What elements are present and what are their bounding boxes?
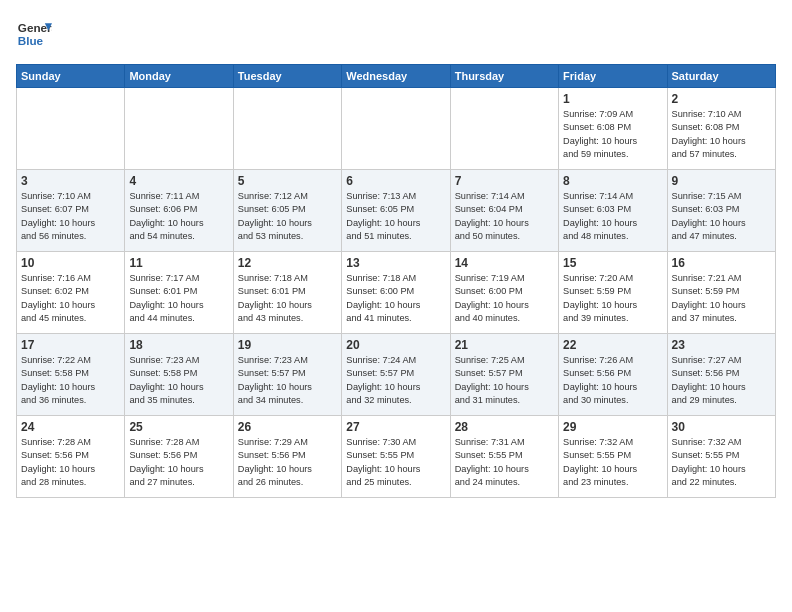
day-number: 17 bbox=[21, 338, 120, 352]
day-cell-14: 14Sunrise: 7:19 AMSunset: 6:00 PMDayligh… bbox=[450, 252, 558, 334]
day-number: 29 bbox=[563, 420, 662, 434]
day-info: Sunrise: 7:24 AMSunset: 5:57 PMDaylight:… bbox=[346, 354, 445, 407]
day-number: 16 bbox=[672, 256, 771, 270]
day-number: 8 bbox=[563, 174, 662, 188]
day-number: 22 bbox=[563, 338, 662, 352]
week-row-2: 3Sunrise: 7:10 AMSunset: 6:07 PMDaylight… bbox=[17, 170, 776, 252]
day-info: Sunrise: 7:29 AMSunset: 5:56 PMDaylight:… bbox=[238, 436, 337, 489]
day-cell-15: 15Sunrise: 7:20 AMSunset: 5:59 PMDayligh… bbox=[559, 252, 667, 334]
weekday-header-monday: Monday bbox=[125, 65, 233, 88]
weekday-header-tuesday: Tuesday bbox=[233, 65, 341, 88]
day-number: 9 bbox=[672, 174, 771, 188]
day-number: 3 bbox=[21, 174, 120, 188]
week-row-4: 17Sunrise: 7:22 AMSunset: 5:58 PMDayligh… bbox=[17, 334, 776, 416]
day-info: Sunrise: 7:13 AMSunset: 6:05 PMDaylight:… bbox=[346, 190, 445, 243]
weekday-header-wednesday: Wednesday bbox=[342, 65, 450, 88]
day-number: 26 bbox=[238, 420, 337, 434]
day-cell-21: 21Sunrise: 7:25 AMSunset: 5:57 PMDayligh… bbox=[450, 334, 558, 416]
empty-cell bbox=[125, 88, 233, 170]
day-cell-19: 19Sunrise: 7:23 AMSunset: 5:57 PMDayligh… bbox=[233, 334, 341, 416]
day-cell-5: 5Sunrise: 7:12 AMSunset: 6:05 PMDaylight… bbox=[233, 170, 341, 252]
day-cell-2: 2Sunrise: 7:10 AMSunset: 6:08 PMDaylight… bbox=[667, 88, 775, 170]
day-cell-29: 29Sunrise: 7:32 AMSunset: 5:55 PMDayligh… bbox=[559, 416, 667, 498]
weekday-header-saturday: Saturday bbox=[667, 65, 775, 88]
day-info: Sunrise: 7:14 AMSunset: 6:04 PMDaylight:… bbox=[455, 190, 554, 243]
day-cell-23: 23Sunrise: 7:27 AMSunset: 5:56 PMDayligh… bbox=[667, 334, 775, 416]
day-info: Sunrise: 7:28 AMSunset: 5:56 PMDaylight:… bbox=[21, 436, 120, 489]
day-cell-28: 28Sunrise: 7:31 AMSunset: 5:55 PMDayligh… bbox=[450, 416, 558, 498]
day-number: 20 bbox=[346, 338, 445, 352]
day-number: 23 bbox=[672, 338, 771, 352]
day-number: 25 bbox=[129, 420, 228, 434]
day-cell-20: 20Sunrise: 7:24 AMSunset: 5:57 PMDayligh… bbox=[342, 334, 450, 416]
weekday-header-thursday: Thursday bbox=[450, 65, 558, 88]
svg-text:General: General bbox=[18, 21, 52, 34]
day-number: 28 bbox=[455, 420, 554, 434]
week-row-1: 1Sunrise: 7:09 AMSunset: 6:08 PMDaylight… bbox=[17, 88, 776, 170]
day-cell-22: 22Sunrise: 7:26 AMSunset: 5:56 PMDayligh… bbox=[559, 334, 667, 416]
day-cell-12: 12Sunrise: 7:18 AMSunset: 6:01 PMDayligh… bbox=[233, 252, 341, 334]
day-info: Sunrise: 7:14 AMSunset: 6:03 PMDaylight:… bbox=[563, 190, 662, 243]
day-info: Sunrise: 7:23 AMSunset: 5:58 PMDaylight:… bbox=[129, 354, 228, 407]
day-info: Sunrise: 7:10 AMSunset: 6:07 PMDaylight:… bbox=[21, 190, 120, 243]
day-info: Sunrise: 7:15 AMSunset: 6:03 PMDaylight:… bbox=[672, 190, 771, 243]
day-cell-4: 4Sunrise: 7:11 AMSunset: 6:06 PMDaylight… bbox=[125, 170, 233, 252]
page-header: General Blue bbox=[16, 16, 776, 52]
day-info: Sunrise: 7:32 AMSunset: 5:55 PMDaylight:… bbox=[672, 436, 771, 489]
day-number: 1 bbox=[563, 92, 662, 106]
day-number: 11 bbox=[129, 256, 228, 270]
day-cell-13: 13Sunrise: 7:18 AMSunset: 6:00 PMDayligh… bbox=[342, 252, 450, 334]
day-info: Sunrise: 7:20 AMSunset: 5:59 PMDaylight:… bbox=[563, 272, 662, 325]
day-cell-9: 9Sunrise: 7:15 AMSunset: 6:03 PMDaylight… bbox=[667, 170, 775, 252]
day-info: Sunrise: 7:23 AMSunset: 5:57 PMDaylight:… bbox=[238, 354, 337, 407]
day-number: 18 bbox=[129, 338, 228, 352]
empty-cell bbox=[342, 88, 450, 170]
day-number: 4 bbox=[129, 174, 228, 188]
day-number: 14 bbox=[455, 256, 554, 270]
weekday-header-row: SundayMondayTuesdayWednesdayThursdayFrid… bbox=[17, 65, 776, 88]
day-number: 12 bbox=[238, 256, 337, 270]
day-info: Sunrise: 7:19 AMSunset: 6:00 PMDaylight:… bbox=[455, 272, 554, 325]
day-cell-7: 7Sunrise: 7:14 AMSunset: 6:04 PMDaylight… bbox=[450, 170, 558, 252]
day-info: Sunrise: 7:32 AMSunset: 5:55 PMDaylight:… bbox=[563, 436, 662, 489]
day-number: 10 bbox=[21, 256, 120, 270]
day-info: Sunrise: 7:16 AMSunset: 6:02 PMDaylight:… bbox=[21, 272, 120, 325]
day-info: Sunrise: 7:18 AMSunset: 6:00 PMDaylight:… bbox=[346, 272, 445, 325]
day-cell-3: 3Sunrise: 7:10 AMSunset: 6:07 PMDaylight… bbox=[17, 170, 125, 252]
day-number: 6 bbox=[346, 174, 445, 188]
empty-cell bbox=[233, 88, 341, 170]
day-info: Sunrise: 7:17 AMSunset: 6:01 PMDaylight:… bbox=[129, 272, 228, 325]
day-cell-25: 25Sunrise: 7:28 AMSunset: 5:56 PMDayligh… bbox=[125, 416, 233, 498]
day-number: 13 bbox=[346, 256, 445, 270]
day-info: Sunrise: 7:21 AMSunset: 5:59 PMDaylight:… bbox=[672, 272, 771, 325]
day-cell-30: 30Sunrise: 7:32 AMSunset: 5:55 PMDayligh… bbox=[667, 416, 775, 498]
day-cell-27: 27Sunrise: 7:30 AMSunset: 5:55 PMDayligh… bbox=[342, 416, 450, 498]
day-info: Sunrise: 7:09 AMSunset: 6:08 PMDaylight:… bbox=[563, 108, 662, 161]
day-cell-6: 6Sunrise: 7:13 AMSunset: 6:05 PMDaylight… bbox=[342, 170, 450, 252]
day-info: Sunrise: 7:27 AMSunset: 5:56 PMDaylight:… bbox=[672, 354, 771, 407]
day-info: Sunrise: 7:18 AMSunset: 6:01 PMDaylight:… bbox=[238, 272, 337, 325]
day-number: 30 bbox=[672, 420, 771, 434]
day-number: 21 bbox=[455, 338, 554, 352]
empty-cell bbox=[17, 88, 125, 170]
calendar-table: SundayMondayTuesdayWednesdayThursdayFrid… bbox=[16, 64, 776, 498]
day-cell-1: 1Sunrise: 7:09 AMSunset: 6:08 PMDaylight… bbox=[559, 88, 667, 170]
day-cell-18: 18Sunrise: 7:23 AMSunset: 5:58 PMDayligh… bbox=[125, 334, 233, 416]
day-info: Sunrise: 7:12 AMSunset: 6:05 PMDaylight:… bbox=[238, 190, 337, 243]
day-number: 2 bbox=[672, 92, 771, 106]
day-cell-11: 11Sunrise: 7:17 AMSunset: 6:01 PMDayligh… bbox=[125, 252, 233, 334]
day-cell-10: 10Sunrise: 7:16 AMSunset: 6:02 PMDayligh… bbox=[17, 252, 125, 334]
logo-icon: General Blue bbox=[16, 16, 52, 52]
day-info: Sunrise: 7:28 AMSunset: 5:56 PMDaylight:… bbox=[129, 436, 228, 489]
day-number: 5 bbox=[238, 174, 337, 188]
day-number: 19 bbox=[238, 338, 337, 352]
weekday-header-friday: Friday bbox=[559, 65, 667, 88]
empty-cell bbox=[450, 88, 558, 170]
day-number: 24 bbox=[21, 420, 120, 434]
day-info: Sunrise: 7:26 AMSunset: 5:56 PMDaylight:… bbox=[563, 354, 662, 407]
day-info: Sunrise: 7:11 AMSunset: 6:06 PMDaylight:… bbox=[129, 190, 228, 243]
day-info: Sunrise: 7:30 AMSunset: 5:55 PMDaylight:… bbox=[346, 436, 445, 489]
week-row-5: 24Sunrise: 7:28 AMSunset: 5:56 PMDayligh… bbox=[17, 416, 776, 498]
day-info: Sunrise: 7:31 AMSunset: 5:55 PMDaylight:… bbox=[455, 436, 554, 489]
day-number: 27 bbox=[346, 420, 445, 434]
